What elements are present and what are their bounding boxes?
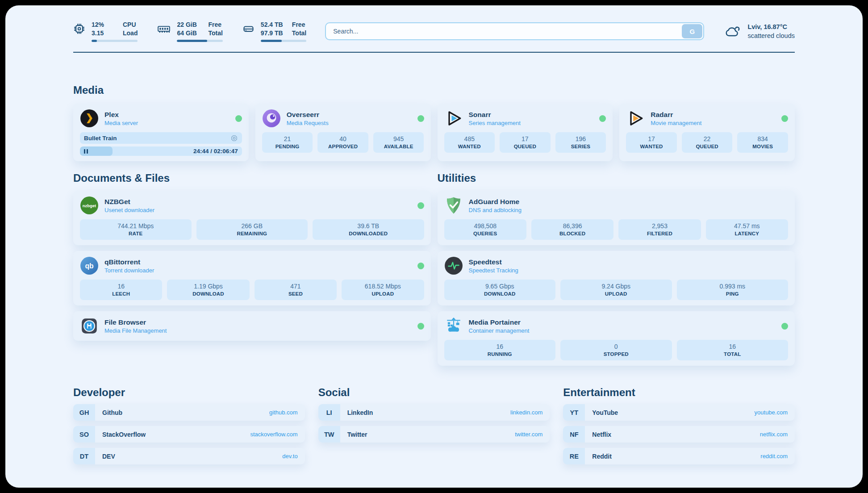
stat-tile: 196SERIES bbox=[555, 132, 606, 153]
status-dot bbox=[235, 115, 242, 122]
header-divider bbox=[73, 52, 795, 53]
card-subtitle: Torrent downloader bbox=[104, 267, 154, 274]
bookmark-twitter[interactable]: TW Twitter twitter.com bbox=[318, 426, 550, 443]
disk-free-label: Free bbox=[292, 21, 305, 29]
bookmark-abbr: LI bbox=[318, 404, 340, 421]
bookmark-url: linkedin.com bbox=[510, 409, 542, 416]
card-plex[interactable]: Plex Media server Bullet Train 24:44 / 0… bbox=[73, 104, 249, 161]
memory-free-value: 22 GiB bbox=[177, 21, 208, 29]
status-dot bbox=[599, 115, 606, 122]
bookmark-group-entertainment: Entertainment YT YouTube youtube.com NF … bbox=[563, 386, 795, 464]
memory-widget: 22 GiBFree 64 GiBTotal bbox=[157, 21, 222, 42]
cloud-icon bbox=[725, 24, 742, 38]
bookmark-name: YouTube bbox=[592, 409, 618, 416]
bookmark-url: netflix.com bbox=[760, 431, 788, 438]
stat-tile: 744.21 MbpsRATE bbox=[80, 219, 192, 240]
stat-tile: 834MOVIES bbox=[737, 132, 788, 153]
card-title: AdGuard Home bbox=[469, 198, 522, 206]
card-nzbget[interactable]: nzbget NZBGet Usenet downloader 744.21 M… bbox=[73, 191, 431, 245]
card-subtitle: Media Requests bbox=[287, 120, 329, 126]
cpu-widget: 12%CPU 3.15Load bbox=[73, 21, 138, 42]
card-overseerr[interactable]: Overseerr Media Requests 21PENDING 40APP… bbox=[255, 104, 431, 161]
card-radarr[interactable]: Radarr Movie management 17WANTED 22QUEUE… bbox=[619, 104, 795, 161]
bookmark-abbr: YT bbox=[563, 404, 585, 421]
card-speedtest[interactable]: Speedtest Speedtest Tracking 9.65 GbpsDO… bbox=[438, 251, 795, 305]
search-input[interactable] bbox=[325, 22, 704, 40]
bookmark-youtube[interactable]: YT YouTube youtube.com bbox=[563, 404, 795, 421]
sonarr-icon bbox=[444, 109, 463, 128]
stat-tile: 498,508QUERIES bbox=[444, 219, 526, 240]
bookmark-netflix[interactable]: NF Netflix netflix.com bbox=[563, 426, 795, 443]
disk-widget: 52.4 TBFree 97.9 TBTotal bbox=[242, 21, 306, 42]
filebrowser-icon bbox=[80, 317, 99, 335]
card-filebrowser[interactable]: File Browser Media File Management bbox=[73, 311, 431, 341]
bookmark-stackoverflow[interactable]: SO StackOverflow stackoverflow.com bbox=[73, 426, 305, 443]
pause-icon bbox=[84, 149, 88, 154]
stat-tile: 86,396BLOCKED bbox=[531, 219, 613, 240]
resource-widgets: 12%CPU 3.15Load 22 bbox=[73, 21, 306, 42]
disk-icon bbox=[242, 23, 255, 35]
stat-tile: 16TOTAL bbox=[677, 340, 789, 360]
section-title-developer: Developer bbox=[73, 386, 305, 399]
bookmark-abbr: GH bbox=[73, 404, 95, 421]
card-subtitle: DNS and adblocking bbox=[469, 207, 522, 213]
bookmark-name: Netflix bbox=[592, 431, 611, 438]
overseerr-icon bbox=[262, 109, 281, 128]
search-bar: G bbox=[325, 22, 704, 40]
stat-tile: 40APPROVED bbox=[317, 132, 368, 153]
media-grid: Plex Media server Bullet Train 24:44 / 0… bbox=[73, 104, 795, 161]
memory-total-label: Total bbox=[208, 29, 222, 38]
card-sonarr[interactable]: Sonarr Series management 485WANTED 17QUE… bbox=[438, 104, 613, 161]
now-playing-row: Bullet Train bbox=[80, 132, 242, 144]
card-qbittorrent[interactable]: qb qBittorrent Torrent downloader 16LEEC… bbox=[73, 251, 431, 305]
section-documents: Documents & Files nzbget NZBGet U bbox=[73, 172, 431, 341]
status-dot bbox=[417, 263, 424, 269]
bookmark-group-social: Social LI LinkedIn linkedin.com TW Twitt… bbox=[318, 386, 550, 443]
weather-location-temp: Lviv, 16.87°C bbox=[747, 22, 795, 31]
section-title-media: Media bbox=[73, 84, 795, 96]
bookmark-github[interactable]: GH Github github.com bbox=[73, 404, 305, 421]
bookmark-linkedin[interactable]: LI LinkedIn linkedin.com bbox=[318, 404, 550, 421]
card-title: Sonarr bbox=[469, 111, 521, 119]
section-title-documents: Documents & Files bbox=[73, 172, 431, 184]
bookmark-name: LinkedIn bbox=[347, 409, 373, 416]
stat-tile: 9.65 GbpsDOWNLOAD bbox=[444, 280, 556, 300]
stat-tile: 945AVAILABLE bbox=[373, 132, 424, 153]
status-dot bbox=[417, 323, 424, 330]
bookmark-url: reddit.com bbox=[760, 453, 788, 460]
card-portainer[interactable]: Media Portainer Container management 16R… bbox=[438, 311, 795, 366]
card-title: Overseerr bbox=[287, 111, 329, 119]
bookmark-reddit[interactable]: RE Reddit reddit.com bbox=[563, 448, 795, 464]
card-subtitle: Speedtest Tracking bbox=[469, 267, 518, 274]
card-subtitle: Usenet downloader bbox=[104, 207, 154, 213]
cpu-progress-bar bbox=[92, 40, 138, 42]
stat-tile: 47.57 msLATENCY bbox=[706, 219, 788, 240]
status-dot bbox=[781, 115, 788, 122]
stat-tile: 16LEECH bbox=[80, 280, 162, 300]
google-search-button[interactable]: G bbox=[682, 24, 702, 38]
now-playing-title: Bullet Train bbox=[84, 135, 117, 142]
playback-time: 24:44 / 02:06:47 bbox=[193, 148, 238, 155]
bookmark-abbr: TW bbox=[318, 426, 340, 443]
weather-condition: scattered clouds bbox=[747, 31, 795, 40]
cpu-load-value: 3.15 bbox=[92, 29, 123, 38]
card-title: Speedtest bbox=[469, 258, 518, 266]
status-dot bbox=[417, 115, 424, 122]
portainer-icon bbox=[444, 317, 463, 335]
playback-progress-bar: 24:44 / 02:06:47 bbox=[80, 146, 242, 156]
bookmark-dev[interactable]: DT DEV dev.to bbox=[73, 448, 305, 464]
bookmark-abbr: SO bbox=[73, 426, 95, 443]
memory-progress-bar bbox=[177, 40, 222, 42]
card-subtitle: Media server bbox=[104, 120, 138, 126]
stat-tile: 0.993 msPING bbox=[677, 280, 789, 300]
card-title: NZBGet bbox=[104, 198, 154, 206]
disk-total-value: 97.9 TB bbox=[261, 29, 292, 38]
stat-tile: 22QUEUED bbox=[682, 132, 733, 153]
bookmark-group-developer: Developer GH Github github.com SO StackO… bbox=[73, 386, 305, 464]
stat-tile: 0STOPPED bbox=[560, 340, 672, 360]
video-icon bbox=[230, 134, 238, 142]
bookmark-name: Twitter bbox=[347, 431, 367, 438]
dashboard-frame: 12%CPU 3.15Load 22 bbox=[5, 5, 863, 488]
disk-progress-bar bbox=[261, 40, 306, 42]
card-adguard[interactable]: AdGuard Home DNS and adblocking 498,508Q… bbox=[438, 191, 795, 245]
